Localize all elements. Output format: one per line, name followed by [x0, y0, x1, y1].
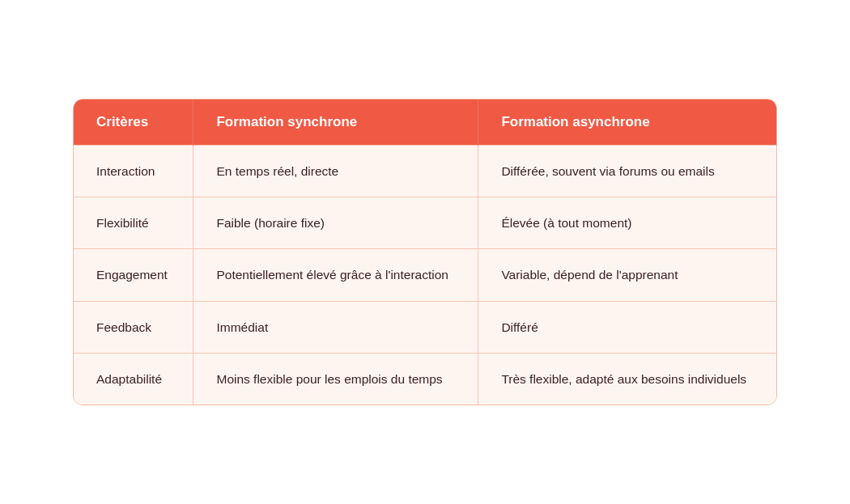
- cell-flexibilite-asynchrone: Élevée (à tout moment): [478, 197, 776, 249]
- cell-feedback-synchrone: Immédiat: [193, 301, 478, 353]
- table-row: Engagement Potentiellement élevé grâce à…: [74, 249, 776, 301]
- cell-feedback-asynchrone: Différé: [478, 301, 776, 353]
- cell-engagement-critere: Engagement: [74, 249, 193, 301]
- cell-adaptabilite-synchrone: Moins flexible pour les emplois du temps: [193, 353, 478, 404]
- table-row: Flexibilité Faible (horaire fixe) Élevée…: [74, 197, 776, 249]
- cell-flexibilite-synchrone: Faible (horaire fixe): [193, 197, 478, 249]
- header-synchrone: Formation synchrone: [193, 100, 478, 146]
- table-header-row: Critères Formation synchrone Formation a…: [74, 100, 776, 146]
- cell-engagement-asynchrone: Variable, dépend de l'apprenant: [478, 249, 776, 301]
- cell-feedback-critere: Feedback: [74, 301, 193, 353]
- cell-engagement-synchrone: Potentiellement élevé grâce à l'interact…: [193, 249, 478, 301]
- cell-interaction-asynchrone: Différée, souvent via forums ou emails: [478, 145, 776, 197]
- table-row: Adaptabilité Moins flexible pour les emp…: [74, 353, 776, 404]
- cell-interaction-synchrone: En temps réel, directe: [193, 145, 478, 197]
- cell-flexibilite-critere: Flexibilité: [74, 197, 193, 249]
- header-criteres: Critères: [74, 100, 193, 146]
- table-row: Interaction En temps réel, directe Diffé…: [74, 145, 776, 197]
- cell-adaptabilite-asynchrone: Très flexible, adapté aux besoins indivi…: [478, 353, 776, 404]
- table-row: Feedback Immédiat Différé: [74, 301, 776, 353]
- header-asynchrone: Formation asynchrone: [478, 100, 776, 146]
- cell-adaptabilite-critere: Adaptabilité: [74, 353, 193, 404]
- comparison-table: Critères Formation synchrone Formation a…: [73, 99, 777, 405]
- cell-interaction-critere: Interaction: [74, 145, 193, 197]
